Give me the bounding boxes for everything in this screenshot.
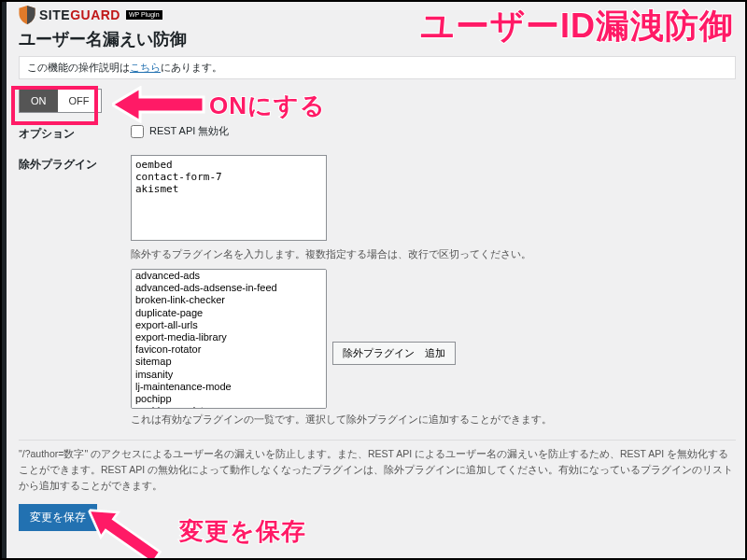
list-item[interactable]: broken-link-checker: [132, 294, 326, 306]
list-item[interactable]: export-media-library: [132, 331, 326, 343]
plugin-list-help: これは有効なプラグインの一覧です。選択して除外プラグインに追加することができます…: [131, 413, 736, 427]
plugin-brand: SITEGUARD WP Plugin: [19, 6, 736, 24]
shield-icon: [19, 6, 35, 24]
exclude-plugins-label: 除外プラグイン: [19, 155, 131, 173]
rest-api-disable-row[interactable]: REST API 無効化: [131, 124, 736, 138]
toggle-off[interactable]: OFF: [58, 90, 101, 112]
active-plugins-select[interactable]: advanced-adsadvanced-ads-adsense-in-feed…: [131, 269, 327, 409]
options-label: オプション: [19, 124, 131, 142]
brand-text: SITEGUARD: [39, 7, 120, 22]
list-item[interactable]: duplicate-page: [132, 307, 326, 319]
on-off-toggle[interactable]: ON OFF: [19, 89, 102, 113]
save-button[interactable]: 変更を保存: [19, 504, 97, 531]
footer-description: "/?author=数字" のアクセスによるユーザー名の漏えいを防止します。また…: [19, 440, 736, 493]
list-item[interactable]: advanced-ads: [132, 270, 326, 282]
list-item[interactable]: favicon-rotator: [132, 343, 326, 356]
list-item[interactable]: lj-maintenance-mode: [132, 381, 326, 393]
main-content: SITEGUARD WP Plugin ユーザー名漏えい防御 この機能の操作説明…: [9, 2, 745, 540]
rest-api-checkbox[interactable]: [131, 125, 144, 138]
list-item[interactable]: export-all-urls: [132, 319, 326, 331]
exclude-plugins-textarea[interactable]: [131, 155, 327, 241]
exclude-help-text: 除外するプラグイン名を入力します。複数指定する場合は、改行で区切ってください。: [131, 247, 736, 261]
list-item[interactable]: imsanity: [132, 369, 326, 381]
list-item[interactable]: sitemap: [132, 356, 326, 368]
page-title: ユーザー名漏えい防御: [19, 28, 736, 50]
description-bar: この機能の操作説明はこちらにあります。: [19, 56, 736, 79]
admin-sidebar-strip: [2, 2, 7, 558]
help-link[interactable]: こちら: [130, 62, 161, 73]
add-exclude-button[interactable]: 除外プラグイン 追加: [332, 342, 456, 365]
list-item[interactable]: pochipp: [132, 393, 326, 405]
toggle-on[interactable]: ON: [20, 90, 58, 112]
list-item[interactable]: pochipp_assist: [132, 405, 326, 409]
rest-api-label: REST API 無効化: [149, 124, 229, 138]
brand-badge: WP Plugin: [126, 10, 162, 20]
list-item[interactable]: advanced-ads-adsense-in-feed: [132, 282, 326, 294]
